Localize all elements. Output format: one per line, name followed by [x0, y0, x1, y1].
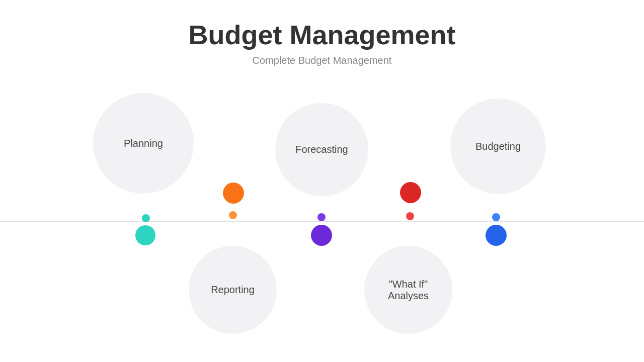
circle-planning[interactable]: Planning	[93, 93, 194, 194]
subtitle: Complete Budget Management	[0, 55, 644, 66]
dot-blue-small	[492, 213, 500, 221]
forecasting-label: Forecasting	[295, 144, 348, 155]
reporting-label: Reporting	[211, 284, 255, 296]
planning-label: Planning	[124, 138, 163, 149]
dot-orange-small	[229, 211, 237, 219]
budgeting-label: Budgeting	[475, 141, 521, 152]
circle-reporting[interactable]: Reporting	[189, 246, 277, 334]
dot-red-large	[400, 182, 421, 203]
dot-blue-large	[486, 225, 507, 246]
circle-forecasting[interactable]: Forecasting	[275, 103, 368, 196]
main-title: Budget Management	[0, 20, 644, 50]
dot-red-small	[406, 212, 414, 220]
circle-budgeting[interactable]: Budgeting	[450, 99, 546, 194]
circle-whatif[interactable]: "What If" Analyses	[364, 246, 452, 334]
dot-purple-small	[317, 213, 326, 221]
dot-orange-large	[223, 183, 244, 204]
dot-purple-large	[311, 225, 332, 246]
dot-cyan-large	[135, 225, 155, 245]
divider-line	[0, 221, 644, 222]
header: Budget Management Complete Budget Manage…	[0, 0, 644, 66]
whatif-label: "What If" Analyses	[388, 279, 429, 302]
dot-cyan-small	[142, 214, 150, 222]
